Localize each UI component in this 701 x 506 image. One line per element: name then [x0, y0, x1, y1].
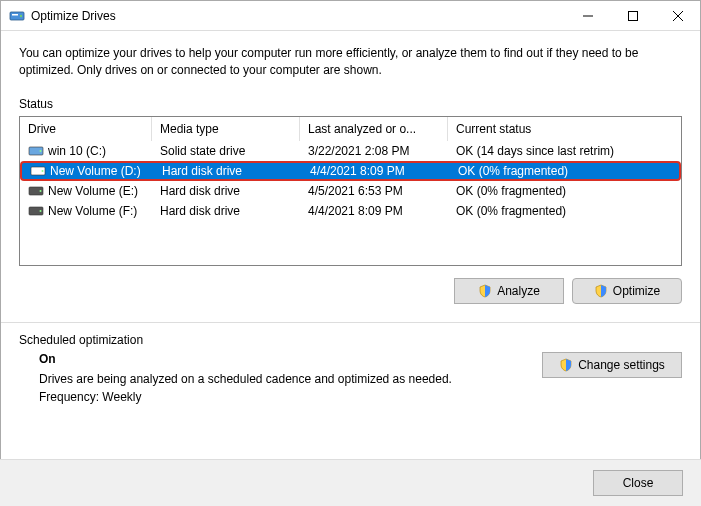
shield-icon — [594, 284, 608, 298]
current-status: OK (14 days since last retrim) — [448, 144, 681, 158]
close-window-button[interactable] — [655, 1, 700, 30]
maximize-button[interactable] — [610, 1, 655, 30]
scheduled-label: Scheduled optimization — [19, 333, 682, 347]
svg-point-2 — [20, 14, 22, 16]
window-controls — [565, 1, 700, 30]
scheduled-desc: Drives are being analyzed on a scheduled… — [39, 372, 452, 386]
svg-rect-4 — [628, 11, 637, 20]
drive-icon — [30, 165, 46, 177]
header-media[interactable]: Media type — [152, 117, 300, 141]
header-last[interactable]: Last analyzed or o... — [300, 117, 448, 141]
drive-icon — [28, 205, 44, 217]
analyze-label: Analyze — [497, 284, 540, 298]
last-analyzed: 4/4/2021 8:09 PM — [302, 164, 450, 178]
optimize-button[interactable]: Optimize — [572, 278, 682, 304]
table-row[interactable]: New Volume (D:)Hard disk drive4/4/2021 8… — [20, 161, 681, 181]
scheduled-on: On — [39, 352, 452, 366]
footer: Close — [0, 459, 701, 506]
media-type: Hard disk drive — [154, 164, 302, 178]
media-type: Solid state drive — [152, 144, 300, 158]
svg-point-12 — [40, 190, 42, 192]
shield-icon — [478, 284, 492, 298]
divider — [1, 322, 700, 323]
column-headers: Drive Media type Last analyzed or o... C… — [20, 117, 681, 141]
titlebar: Optimize Drives — [1, 1, 700, 31]
table-row[interactable]: win 10 (C:)Solid state drive3/22/2021 2:… — [20, 141, 681, 161]
current-status: OK (0% fragmented) — [448, 204, 681, 218]
close-button[interactable]: Close — [593, 470, 683, 496]
shield-icon — [559, 358, 573, 372]
header-status[interactable]: Current status — [448, 117, 681, 141]
status-label: Status — [19, 97, 682, 111]
svg-point-10 — [42, 170, 44, 172]
svg-rect-1 — [12, 14, 18, 16]
last-analyzed: 4/4/2021 8:09 PM — [300, 204, 448, 218]
drive-icon — [28, 185, 44, 197]
last-analyzed: 3/22/2021 2:08 PM — [300, 144, 448, 158]
media-type: Hard disk drive — [152, 204, 300, 218]
drive-name: New Volume (E:) — [48, 184, 138, 198]
last-analyzed: 4/5/2021 6:53 PM — [300, 184, 448, 198]
drive-name: New Volume (F:) — [48, 204, 137, 218]
drive-name: win 10 (C:) — [48, 144, 106, 158]
svg-point-8 — [40, 150, 42, 152]
current-status: OK (0% fragmented) — [448, 184, 681, 198]
window-title: Optimize Drives — [31, 9, 565, 23]
svg-point-14 — [40, 210, 42, 212]
table-row[interactable]: New Volume (E:)Hard disk drive4/5/2021 6… — [20, 181, 681, 201]
drive-icon — [28, 145, 44, 157]
change-settings-button[interactable]: Change settings — [542, 352, 682, 378]
close-label: Close — [623, 476, 654, 490]
header-drive[interactable]: Drive — [20, 117, 152, 141]
current-status: OK (0% fragmented) — [450, 164, 679, 178]
scheduled-freq: Frequency: Weekly — [39, 390, 452, 404]
app-icon — [9, 8, 25, 24]
table-row[interactable]: New Volume (F:)Hard disk drive4/4/2021 8… — [20, 201, 681, 221]
analyze-button[interactable]: Analyze — [454, 278, 564, 304]
minimize-button[interactable] — [565, 1, 610, 30]
optimize-label: Optimize — [613, 284, 660, 298]
media-type: Hard disk drive — [152, 184, 300, 198]
drive-name: New Volume (D:) — [50, 164, 141, 178]
change-settings-label: Change settings — [578, 358, 665, 372]
scheduled-section: On Drives are being analyzed on a schedu… — [19, 352, 682, 408]
action-buttons: Analyze Optimize — [19, 278, 682, 304]
intro-text: You can optimize your drives to help you… — [19, 45, 682, 79]
drive-list: Drive Media type Last analyzed or o... C… — [19, 116, 682, 266]
